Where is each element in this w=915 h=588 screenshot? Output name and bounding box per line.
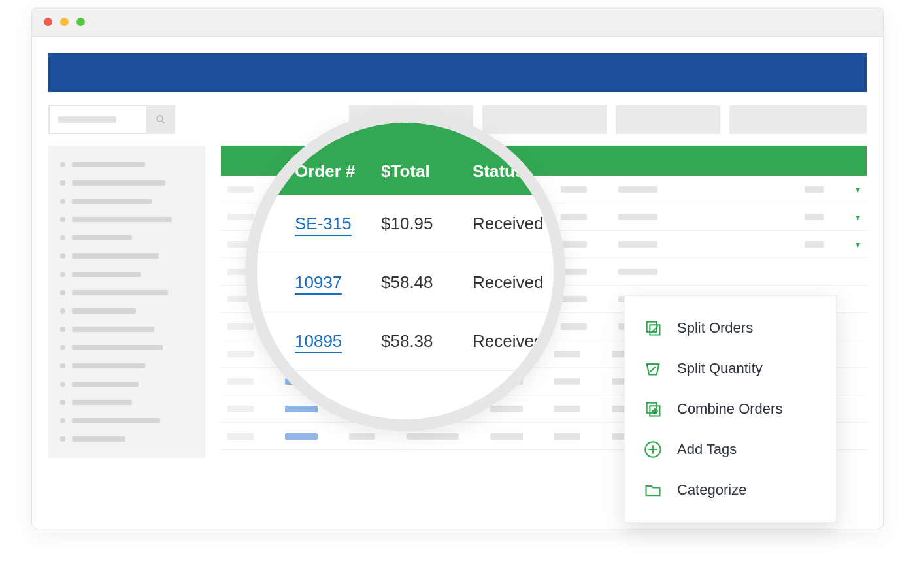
svg-line-1 (162, 121, 165, 123)
window-zoom-icon[interactable] (76, 18, 85, 26)
sidebar-item[interactable] (60, 306, 193, 316)
search-icon (155, 114, 167, 125)
context-menu: Split Orders Split Quantity Combine Orde… (624, 295, 837, 523)
menu-combine-orders[interactable]: Combine Orders (625, 389, 836, 429)
sidebar-item[interactable] (60, 325, 193, 334)
sidebar-item[interactable] (60, 215, 193, 224)
chevron-down-icon[interactable]: ▾ (856, 239, 860, 250)
sidebar-item[interactable] (60, 343, 193, 352)
split-orders-icon (643, 318, 663, 338)
folder-icon (643, 480, 663, 500)
split-quantity-icon (643, 359, 663, 378)
menu-label: Add Tags (677, 441, 737, 458)
search-input[interactable] (48, 105, 146, 134)
sidebar-item[interactable] (60, 233, 193, 242)
menu-label: Split Orders (677, 319, 753, 336)
sidebar-item[interactable] (60, 380, 193, 389)
sidebar-item[interactable] (60, 288, 193, 297)
sidebar-item[interactable] (60, 434, 193, 444)
toolbar-filter-4[interactable] (729, 105, 867, 134)
combine-orders-icon (643, 399, 663, 419)
menu-add-tags[interactable]: Add Tags (625, 429, 836, 470)
svg-point-0 (157, 116, 163, 122)
sidebar (48, 146, 205, 458)
window-close-icon[interactable] (44, 18, 52, 26)
magnifier-lens: Order # $Total Status SE-315 $10.95 Rece… (245, 111, 565, 431)
app-header-bar (48, 53, 867, 92)
menu-split-orders[interactable]: Split Orders (625, 308, 836, 348)
sidebar-item[interactable] (60, 361, 193, 370)
window-titlebar (32, 7, 883, 37)
menu-label: Categorize (677, 482, 746, 498)
sidebar-item[interactable] (60, 252, 193, 261)
search-placeholder (58, 116, 116, 123)
search-button[interactable] (146, 105, 175, 134)
menu-label: Combine Orders (677, 400, 782, 417)
menu-split-quantity[interactable]: Split Quantity (625, 348, 836, 389)
add-tags-icon (643, 440, 663, 459)
sidebar-item[interactable] (60, 398, 193, 407)
sidebar-item[interactable] (60, 160, 193, 169)
sidebar-item[interactable] (60, 178, 193, 188)
sidebar-item[interactable] (60, 197, 193, 206)
chevron-down-icon[interactable]: ▾ (856, 212, 860, 222)
chevron-down-icon[interactable]: ▾ (856, 184, 860, 195)
menu-label: Split Quantity (677, 360, 763, 377)
menu-categorize[interactable]: Categorize (625, 470, 836, 510)
toolbar-filter-3[interactable] (616, 105, 720, 134)
sidebar-item[interactable] (60, 270, 193, 279)
svg-rect-2 (647, 322, 657, 332)
sidebar-item[interactable] (60, 416, 193, 425)
window-minimize-icon[interactable] (60, 18, 69, 26)
